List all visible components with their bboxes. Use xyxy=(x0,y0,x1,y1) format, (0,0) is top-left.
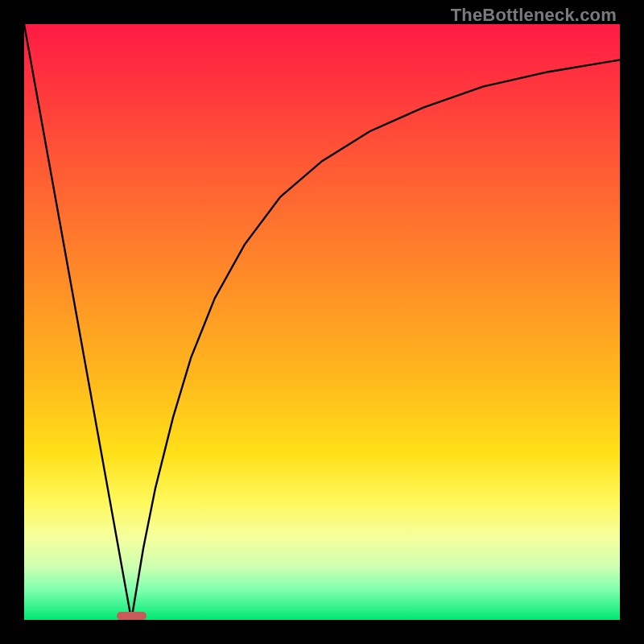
optimum-marker xyxy=(117,612,147,620)
watermark-text: TheBottleneck.com xyxy=(451,5,617,26)
heat-gradient-background xyxy=(24,24,620,620)
chart-frame: TheBottleneck.com xyxy=(0,0,644,644)
plot-area xyxy=(24,24,620,620)
